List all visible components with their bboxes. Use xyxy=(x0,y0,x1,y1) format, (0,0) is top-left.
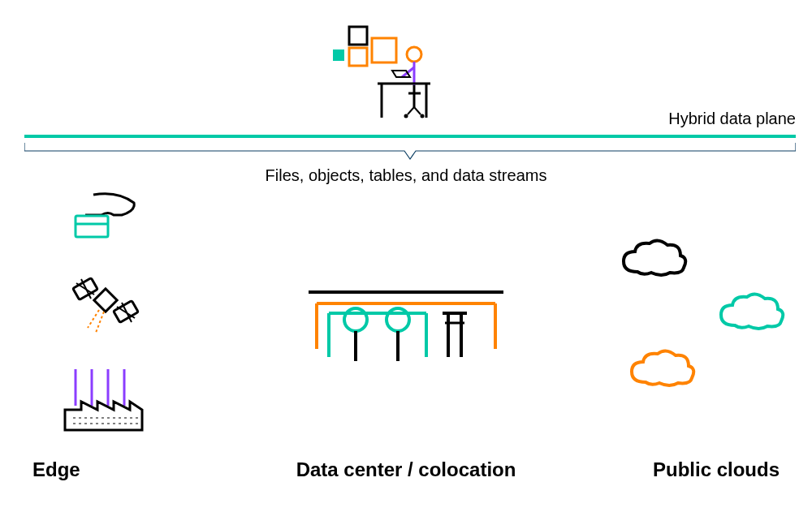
svg-rect-14 xyxy=(76,216,108,237)
hybrid-data-plane-diagram: Hybrid data plane Files, objects, tables… xyxy=(0,0,812,512)
svg-rect-1 xyxy=(333,49,344,61)
svg-line-11 xyxy=(414,107,421,114)
cloud-teal-icon xyxy=(715,289,788,338)
satellite-icon xyxy=(65,268,146,341)
data-types-label: Files, objects, tables, and data streams xyxy=(0,166,812,185)
svg-point-4 xyxy=(407,47,421,62)
datacenter-column xyxy=(292,284,520,373)
edge-column xyxy=(24,187,187,438)
data-plane-line xyxy=(24,135,796,138)
svg-rect-16 xyxy=(94,289,117,312)
svg-point-12 xyxy=(404,114,408,118)
svg-line-10 xyxy=(408,107,414,114)
hand-card-icon xyxy=(69,187,142,243)
svg-line-23 xyxy=(88,310,99,328)
svg-rect-0 xyxy=(349,27,367,45)
hybrid-data-plane-label: Hybrid data plane xyxy=(668,110,796,128)
public-clouds-label: Public clouds xyxy=(653,458,780,481)
svg-rect-2 xyxy=(349,48,367,66)
cloud-orange-icon xyxy=(625,346,698,394)
svg-rect-3 xyxy=(372,38,396,62)
clouds-column xyxy=(609,235,788,394)
user-workstation-icon xyxy=(333,12,463,126)
datacenter-icon xyxy=(300,284,512,373)
factory-icon xyxy=(61,365,150,438)
cloud-black-icon xyxy=(617,235,690,284)
brace-bracket xyxy=(24,143,796,161)
svg-line-24 xyxy=(96,312,104,333)
svg-point-13 xyxy=(421,114,425,118)
